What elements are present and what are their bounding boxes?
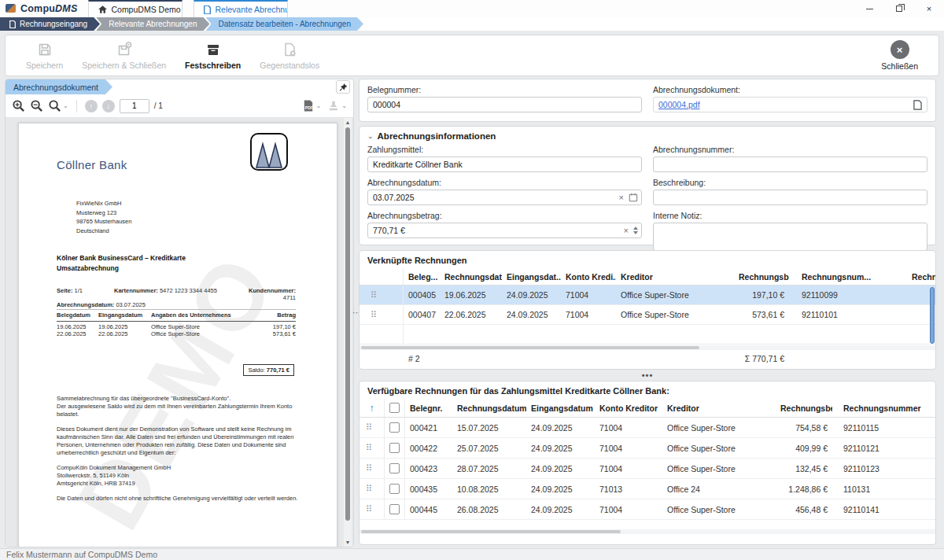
restore-button[interactable] [884, 0, 914, 17]
seite-label: Seite: [57, 287, 72, 294]
pdf-export-button[interactable]: PDF ⌄ [301, 99, 322, 112]
viewer-vertical-scrollbar[interactable]: ▲ ▼ [344, 118, 352, 547]
col-rechnu-truncated[interactable]: Rechnu [907, 272, 935, 282]
titlebar: CompuDMS CompuDMS Demo Relevante Abrechn… [0, 0, 944, 17]
row-checkbox[interactable] [389, 484, 400, 494]
table-row[interactable]: ⠿ 000405 19.06.2025 24.09.2025 71004 Off… [360, 286, 935, 305]
scrollbar-thumb[interactable] [345, 127, 350, 521]
abrechnungsnummer-field[interactable] [653, 157, 927, 172]
zoom-mode-dropdown[interactable]: ⌄ [48, 99, 68, 112]
brand-suffix: DMS [55, 3, 77, 14]
col-konto-kreditor[interactable]: Konto Kreditor [595, 403, 662, 413]
tab-compudms-demo[interactable]: CompuDMS Demo [88, 0, 183, 17]
zoom-out-icon[interactable] [30, 99, 43, 112]
panel-splitter[interactable]: ⋮ [353, 79, 359, 547]
linked-vertical-scrollbar[interactable] [930, 287, 935, 344]
previous-page-button[interactable]: ↑ [85, 100, 98, 112]
table-row[interactable]: ⠿ 000407 22.06.2025 24.09.2025 71004 Off… [360, 305, 935, 325]
interne-notiz-field[interactable] [653, 223, 927, 251]
stamp-button[interactable]: ⌄ [327, 100, 347, 112]
col-konto-kreditor[interactable]: Konto Kredi... [561, 272, 616, 282]
cell-rechnungsnummer: 92110123 [832, 464, 935, 473]
zoom-in-icon[interactable] [12, 99, 25, 112]
amount-stepper[interactable] [633, 227, 638, 234]
minimize-button[interactable] [854, 0, 884, 17]
select-all-checkbox[interactable] [389, 403, 400, 413]
scrollbar-thumb[interactable] [361, 530, 621, 533]
drag-handle-icon[interactable]: ⠿ [364, 463, 372, 473]
col-rechnungsdatum[interactable]: Rechnungsdat... [440, 272, 502, 282]
col-rechnungsnummer[interactable]: Rechnungsnummer [832, 403, 935, 413]
table-row[interactable]: ⠿ 000423 28.07.2025 24.09.2025 71004 Off… [360, 459, 935, 479]
available-invoices-title: Verfügbare Rechnungen für das Zahlungsmi… [360, 381, 935, 399]
abrechnungsdatum-field[interactable] [367, 190, 642, 205]
drag-handle-icon[interactable]: ⠿ [364, 443, 372, 453]
row-checkbox[interactable] [389, 443, 400, 453]
table-row[interactable]: ⠿ 000435 10.08.2025 24.09.2025 71013 Off… [360, 479, 935, 499]
close-window-button[interactable]: × [914, 0, 944, 17]
col-eingangsdatum[interactable]: Eingangsdatum [526, 403, 595, 413]
drag-handle-icon[interactable]: ⠿ [364, 310, 377, 320]
next-page-button[interactable]: ↓ [102, 100, 115, 112]
document-link[interactable]: 000004.pdf [658, 100, 700, 109]
document-title-line2: Umsatzabrechnung [57, 263, 186, 274]
cell-belegnr: 000435 [405, 484, 452, 494]
commit-button[interactable]: Festschreiben [175, 38, 250, 73]
file-icon[interactable] [913, 100, 922, 110]
col-rechnungsbetrag[interactable]: Rechnungsbetrag [776, 403, 832, 413]
drag-handle-icon[interactable]: ⠿ [364, 484, 372, 494]
beschreibung-field[interactable] [653, 190, 927, 205]
scroll-down-icon[interactable]: ▼ [345, 540, 351, 545]
beschreibung-label: Beschreibung: [653, 178, 927, 187]
col-rechnungsbetrag[interactable]: Rechnungsbetrag [734, 272, 789, 282]
calendar-icon[interactable] [629, 193, 638, 202]
tab-abrechnungsdokument[interactable]: Abrechnungsdokument [6, 79, 112, 94]
abrechnungsbetrag-field[interactable] [367, 223, 642, 238]
row-checkbox[interactable] [389, 422, 400, 433]
clear-date-icon[interactable]: × [619, 193, 624, 202]
col-belegnr[interactable]: Belegnr. [405, 403, 452, 413]
belegnummer-field[interactable] [367, 97, 642, 112]
link-up-icon[interactable]: ↑ [364, 403, 379, 414]
col-rechnungsdatum[interactable]: Rechnungsdatum [452, 403, 526, 413]
col-eingangsdatum[interactable]: Eingangsdat... [502, 272, 561, 282]
col-kreditor[interactable]: Kreditor [662, 403, 776, 413]
table-row[interactable]: ⠿ 000421 15.07.2025 24.09.2025 71004 Off… [360, 418, 935, 438]
cell-rechnungsnummer: 110131 [832, 484, 935, 494]
stepper-up-icon[interactable] [633, 227, 638, 230]
tab-relevante-abrechnung[interactable]: Relevante Abrechnung [194, 0, 288, 17]
stepper-down-icon[interactable] [633, 231, 638, 234]
section-header[interactable]: ⌄ Abrechnungsinformationen [367, 131, 927, 141]
col-kreditor[interactable]: Kreditor [616, 272, 734, 282]
sum-amount: Σ 770,71 € [734, 354, 789, 363]
page-number-input[interactable] [120, 99, 149, 113]
saldo-box: Saldo: 770,71 € [243, 364, 294, 376]
table-row[interactable]: ⠿ 000422 25.07.2025 24.09.2025 71004 Off… [360, 438, 935, 459]
scrollbar-thumb[interactable] [361, 346, 699, 349]
scroll-up-icon[interactable]: ▲ [345, 120, 351, 125]
section-splitter[interactable]: ••• [359, 371, 936, 379]
save-and-close-button[interactable]: Speichern & Schließen [72, 38, 175, 73]
available-horizontal-scrollbar[interactable] [360, 529, 935, 534]
row-checkbox[interactable] [389, 504, 400, 514]
linked-horizontal-scrollbar[interactable] [360, 345, 935, 350]
close-icon: × [927, 4, 931, 13]
cell-eingangsdatum: 24.09.2025 [526, 505, 595, 514]
col-beleg[interactable]: Beleg... [404, 272, 440, 282]
cell: Office Super-Store [151, 323, 258, 331]
save-button[interactable]: Speichern [17, 38, 72, 73]
close-record-button[interactable]: × Schließen [872, 37, 927, 74]
col-rechnungsnummer[interactable]: Rechnungsnum... [789, 272, 907, 282]
zahlungsmittel-field[interactable] [367, 157, 642, 172]
drag-handle-icon[interactable]: ⠿ [364, 504, 372, 514]
row-checkbox[interactable] [389, 463, 400, 473]
drag-handle-icon[interactable]: ⠿ [364, 290, 377, 300]
void-button[interactable]: Gegenstandslos [250, 38, 329, 73]
clear-amount-icon[interactable]: × [624, 226, 629, 235]
table-row[interactable]: ⠿ 000445 26.08.2025 24.09.2025 71004 Off… [360, 499, 935, 520]
breadcrumb-relevante-abrechnungen[interactable]: Relevante Abrechnungen [96, 17, 209, 31]
pin-button[interactable] [336, 80, 350, 94]
breadcrumb-rechnungseingang[interactable]: Rechnungseingang [0, 17, 100, 31]
pdf-viewer-area[interactable]: DEMO Cöllner Bank FixWieNix GmbH Musterw… [6, 118, 353, 547]
drag-handle-icon[interactable]: ⠿ [364, 422, 372, 433]
